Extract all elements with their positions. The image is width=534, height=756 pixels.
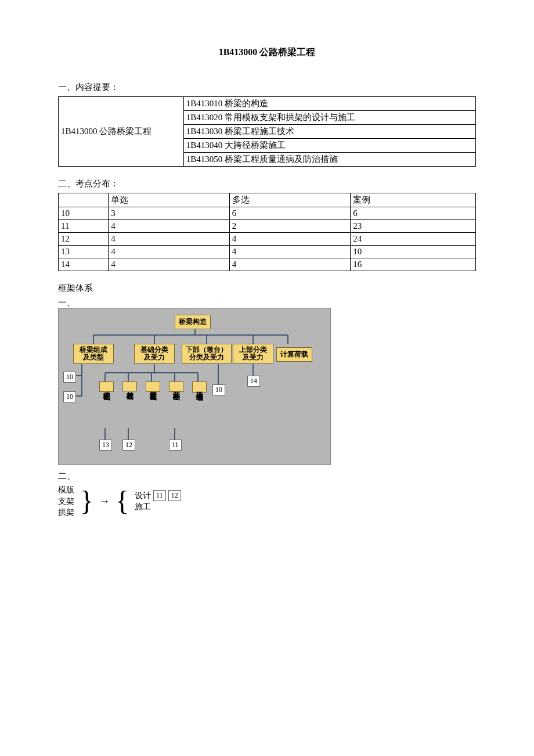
table-cell: 10	[351, 246, 476, 258]
table-cell: 4	[229, 258, 351, 271]
outline-row: 1B413040 大跨径桥梁施工	[183, 139, 475, 153]
table-cell: 4	[109, 246, 230, 258]
framework-heading: 框架体系	[58, 283, 476, 294]
table-header: 单选	[109, 193, 230, 207]
outline-left-cell: 1B413000 公路桥梁工程	[59, 97, 184, 167]
num-node: 10	[63, 372, 76, 383]
table-cell: 4	[109, 233, 230, 246]
outline-row: 1B413050 桥梁工程质量通病及防治措施	[183, 153, 475, 167]
foundation-node: 地下连续墙	[192, 381, 207, 393]
level2-node: 基础分类及受力	[134, 344, 175, 363]
num-box: 12	[168, 490, 181, 501]
d2-left-item: 支架	[58, 496, 74, 507]
num-node: 14	[247, 376, 260, 387]
foundation-node: 管柱基础	[146, 381, 160, 392]
d2-left-col: 模版 支架 拱架	[58, 484, 74, 519]
num-node: 12	[122, 440, 135, 451]
section2-heading: 二、考点分布：	[58, 178, 476, 189]
outline-row: 1B413020 常用模板支架和拱架的设计与施工	[183, 111, 475, 125]
table-header: 多选	[229, 193, 351, 207]
foundation-node: 桩基础	[122, 381, 137, 391]
level2-node: 桥梁组成及类型	[73, 344, 114, 363]
table-cell: 16	[351, 258, 476, 271]
num-node: 10	[63, 391, 76, 402]
outline-row: 1B413030 桥梁工程施工技术	[183, 125, 475, 139]
d2-right-col: 设计 11 12 施工	[135, 490, 181, 513]
left-brace-icon: {	[116, 487, 129, 515]
d2-right-label: 设计	[135, 490, 151, 502]
num-node: 11	[169, 440, 182, 451]
outline-row: 1B413010 桥梁的构造	[183, 97, 475, 111]
root-node: 桥梁构造	[175, 315, 211, 329]
table-cell: 2	[229, 220, 351, 233]
table-cell: 6	[351, 207, 476, 220]
right-brace-icon: }	[80, 487, 93, 515]
num-node: 10	[212, 384, 225, 395]
table-header	[59, 193, 109, 207]
framework-sub1: 一、	[58, 297, 476, 308]
table-cell: 13	[59, 246, 109, 258]
level2-node: 计算荷载	[276, 347, 312, 362]
bridge-structure-diagram: 桥梁构造 桥梁组成及类型 基础分类及受力 下部（墩台）分类及受力 上部分类及受力…	[58, 308, 331, 465]
table-cell: 11	[59, 220, 109, 233]
d2-left-item: 拱架	[58, 507, 74, 519]
section1-heading: 一、内容提要：	[58, 82, 476, 93]
table-header: 案例	[351, 193, 476, 207]
table-cell: 4	[109, 258, 230, 271]
table-cell: 14	[59, 258, 109, 271]
content-outline-table: 1B413000 公路桥梁工程 1B413010 桥梁的构造 1B413020 …	[58, 96, 476, 167]
table-cell: 12	[59, 233, 109, 246]
level2-node: 上部分类及受力	[233, 344, 273, 363]
arrow-right-icon: →	[99, 495, 110, 507]
table-cell: 6	[229, 207, 351, 220]
d2-right-label: 施工	[135, 501, 151, 513]
table-cell: 23	[351, 220, 476, 233]
framework-sub2: 二、	[58, 471, 476, 482]
table-cell: 4	[229, 246, 351, 258]
table-cell: 4	[229, 233, 351, 246]
num-node: 13	[99, 440, 112, 451]
table-cell: 10	[59, 207, 109, 220]
d2-left-item: 模版	[58, 484, 74, 496]
page-title: 1B413000 公路桥梁工程	[58, 46, 476, 59]
table-cell: 24	[351, 233, 476, 246]
foundation-node: 扩大基础	[99, 381, 114, 392]
formwork-diagram: 模版 支架 拱架 } → { 设计 11 12 施工	[58, 484, 476, 519]
exam-points-table: 单选 多选 案例 10 3 6 6 11 4 2 23 12 4 4 24 13…	[58, 193, 476, 271]
num-box: 11	[153, 490, 166, 501]
table-cell: 4	[109, 220, 230, 233]
foundation-node: 沉井基础	[169, 381, 183, 392]
level2-node: 下部（墩台）分类及受力	[182, 344, 232, 363]
table-cell: 3	[109, 207, 230, 220]
